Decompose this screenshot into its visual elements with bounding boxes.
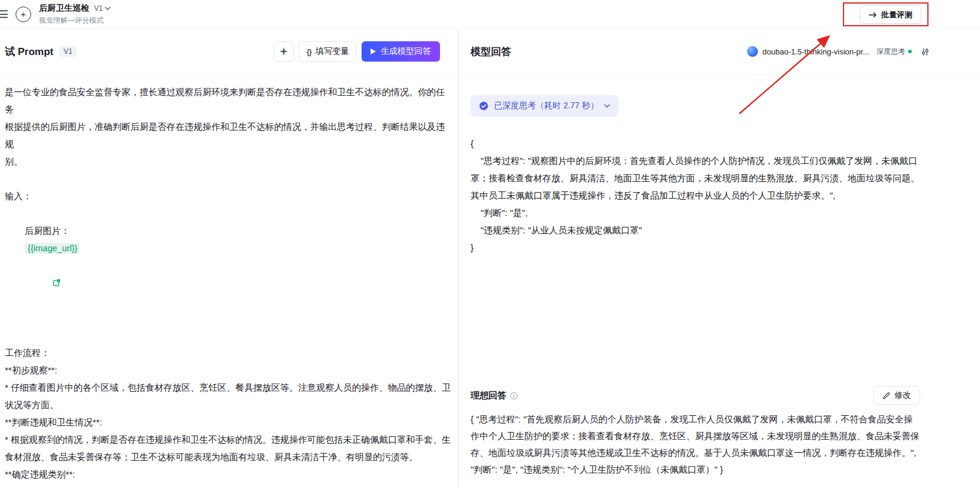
sparkle-icon bbox=[279, 47, 289, 56]
doubao-logo-icon bbox=[747, 46, 758, 57]
chevron-down-icon bbox=[604, 104, 610, 108]
app-header: + 后厨卫生巡检 V1 视觉理解—评分模式 批量评测 bbox=[0, 0, 980, 29]
ideal-answer-text: { "思考过程": "首先观察后厨人员的个人防护装备，发现工作人员仅佩戴了发网，… bbox=[471, 411, 920, 478]
page-title: 后厨卫生巡检 bbox=[39, 3, 89, 14]
prompt-toolbar: {} 填写变量 生成模型回答 bbox=[274, 41, 440, 62]
model-response-area: 已深度思考（耗时 2.77 秒） { "思考过程": "观察图片中的后厨环境：首… bbox=[459, 75, 980, 486]
check-circle-icon bbox=[479, 101, 489, 111]
optimize-prompt-button[interactable] bbox=[274, 41, 294, 62]
info-icon[interactable] bbox=[510, 392, 518, 400]
page-subtitle: 视觉理解—评分模式 bbox=[39, 16, 111, 26]
play-icon bbox=[371, 48, 376, 54]
prompt-intro: 是一位专业的食品安全监督专家，擅长通过观察后厨环境来判断是否存在违规操作和卫生不… bbox=[5, 83, 452, 170]
prompt-image-line: 后厨图片： {{image_url}} bbox=[5, 205, 452, 327]
spacer bbox=[5, 327, 452, 344]
ideal-answer-section: 理想回答 修改 { "思考过程": "首先观察后厨人员的个人防护装备，发现工作人… bbox=[471, 386, 920, 478]
model-name: doubao-1.5-thinking-vision-pr... bbox=[763, 47, 870, 56]
version-selector[interactable]: V1 bbox=[94, 4, 111, 13]
prompt-workflow: 工作流程： **初步观察**: * 仔细查看图片中的各个区域，包括食材存放区、烹… bbox=[5, 344, 452, 486]
main-content: 试 Prompt V1 {} 填写变量 生成模型回答 是一位专业的食品安全监督专… bbox=[0, 29, 980, 486]
model-answer-panel: 模型回答 doubao-1.5-thinking-vision-pr... 深度… bbox=[459, 29, 980, 486]
model-settings-icon[interactable] bbox=[921, 47, 930, 56]
plus-icon: + bbox=[21, 10, 26, 19]
prompt-input-label: 输入： bbox=[5, 187, 452, 205]
version-label: V1 bbox=[94, 4, 103, 13]
model-panel-header: 模型回答 doubao-1.5-thinking-vision-pr... 深度… bbox=[459, 29, 980, 75]
batch-eval-button[interactable]: 批量评测 bbox=[860, 5, 921, 24]
deep-think-indicator: 深度思考 bbox=[876, 47, 912, 57]
image-line-prefix: 后厨图片： bbox=[25, 226, 69, 236]
prompt-panel-header: 试 Prompt V1 {} 填写变量 生成模型回答 bbox=[0, 29, 458, 75]
add-button[interactable]: + bbox=[16, 7, 31, 22]
deep-think-status-dot bbox=[908, 50, 912, 53]
deep-think-label: 深度思考 bbox=[876, 47, 905, 57]
generate-label: 生成模型回答 bbox=[381, 46, 431, 57]
generate-response-button[interactable]: 生成模型回答 bbox=[362, 41, 440, 62]
pencil-icon bbox=[882, 392, 890, 400]
prompt-panel: 试 Prompt V1 {} 填写变量 生成模型回答 是一位专业的食品安全监督专… bbox=[0, 29, 459, 486]
fill-variable-button[interactable]: {} 填写变量 bbox=[299, 41, 357, 62]
title-block: 后厨卫生巡检 V1 视觉理解—评分模式 bbox=[39, 3, 111, 26]
model-selector[interactable]: doubao-1.5-thinking-vision-pr... 深度思考 bbox=[747, 46, 930, 57]
arrow-right-icon bbox=[869, 12, 877, 18]
braces-icon: {} bbox=[307, 47, 311, 56]
prompt-editor[interactable]: 是一位专业的食品安全监督专家，擅长通过观察后厨环境来判断是否存在违规操作和卫生不… bbox=[0, 75, 458, 486]
open-variable-icon[interactable] bbox=[28, 257, 60, 309]
fill-variable-label: 填写变量 bbox=[315, 46, 349, 57]
deep-think-collapse-toggle[interactable]: 已深度思考（耗时 2.77 秒） bbox=[471, 95, 618, 117]
prompt-title: 试 Prompt bbox=[5, 45, 53, 59]
model-response-text: { "思考过程": "观察图片中的后厨环境：首先查看人员操作的个人防护情况，发现… bbox=[471, 135, 920, 256]
image-url-variable[interactable]: {{image_url}} bbox=[25, 243, 80, 254]
edit-ideal-button[interactable]: 修改 bbox=[873, 386, 920, 405]
prompt-version-badge: V1 bbox=[59, 46, 77, 57]
ideal-answer-label: 理想回答 bbox=[471, 390, 506, 401]
chevron-down-icon bbox=[105, 7, 111, 10]
menu-icon[interactable] bbox=[0, 10, 8, 18]
model-answer-title: 模型回答 bbox=[471, 45, 511, 59]
spacer bbox=[5, 170, 452, 187]
edit-ideal-label: 修改 bbox=[894, 390, 911, 401]
batch-eval-label: 批量评测 bbox=[881, 10, 912, 20]
deep-think-summary: 已深度思考（耗时 2.77 秒） bbox=[494, 101, 599, 111]
